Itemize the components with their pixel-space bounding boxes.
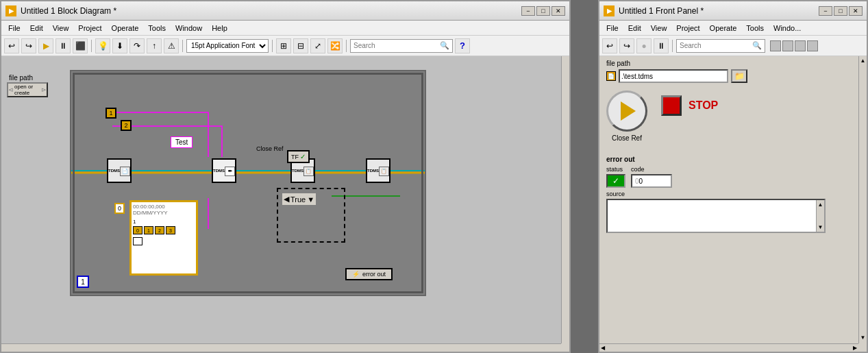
- fp-pause-btn[interactable]: ⏸: [654, 38, 669, 53]
- close-ref-node[interactable]: TF ✓: [287, 150, 310, 163]
- bd-title: Untitled 1 Block Diagram *: [21, 6, 116, 16]
- fp-search-input[interactable]: [680, 42, 749, 49]
- fp-palette-3[interactable]: [795, 40, 806, 51]
- bd-toolbar: ↩ ↪ ▶ ⏸ ⬛ 💡 ⬇ ↷ ↑ ⚠ 15pt Application Fon…: [1, 36, 569, 56]
- bd-scroll-corner: [561, 343, 569, 352]
- fp-menu-edit[interactable]: Edit: [624, 23, 645, 34]
- bd-dist-btn[interactable]: ⊟: [293, 38, 308, 53]
- fp-run-btn[interactable]: ●: [636, 38, 652, 53]
- menu-view[interactable]: View: [49, 23, 73, 34]
- bd-search-box: 🔍: [350, 39, 453, 53]
- bd-minimize-btn[interactable]: −: [521, 6, 535, 16]
- font-select[interactable]: 15pt Application Font: [186, 39, 269, 53]
- stop-inner: [667, 101, 675, 110]
- cluster-num-0[interactable]: 0: [114, 203, 125, 214]
- bd-step-over-btn[interactable]: ↷: [129, 38, 145, 53]
- bd-help-btn[interactable]: ?: [455, 38, 470, 53]
- fp-scroll-down[interactable]: ▼: [817, 224, 824, 230]
- fp-scroll-right[interactable]: ▶: [853, 345, 857, 351]
- fp-search-box: 🔍: [676, 39, 765, 53]
- fp-palette-1[interactable]: [770, 40, 781, 51]
- bd-wires-svg: [71, 71, 425, 295]
- bd-v-scrollbar[interactable]: [561, 56, 569, 343]
- bd-redo-btn[interactable]: ↪: [21, 38, 36, 53]
- fp-close-ref-btn[interactable]: [606, 90, 647, 132]
- menu-edit[interactable]: Edit: [26, 23, 47, 34]
- file-path-arrow-right: ⊳: [41, 86, 47, 93]
- bd-warn-btn[interactable]: ⚠: [164, 38, 179, 53]
- toolbar-sep-3: [272, 40, 273, 52]
- toolbar-sep-1: [91, 40, 92, 52]
- fp-redo-btn[interactable]: ↪: [619, 38, 634, 53]
- bd-align-btn[interactable]: ⊞: [276, 38, 291, 53]
- bd-search-input[interactable]: [354, 42, 437, 49]
- block-diagram-window: ▶ Untitled 1 Block Diagram * − □ ✕ File …: [0, 0, 571, 353]
- fp-title: Untitled 1 Front Panel *: [619, 6, 704, 16]
- fp-source-box[interactable]: ▲ ▼: [606, 199, 826, 233]
- fp-h-scrollbar[interactable]: ◀ ▶: [599, 343, 858, 352]
- fp-menu-tools[interactable]: Tools: [742, 23, 768, 34]
- fp-minimize-btn[interactable]: −: [819, 6, 832, 16]
- menu-window[interactable]: Window: [171, 23, 206, 34]
- bd-abort-btn[interactable]: ⬛: [73, 38, 88, 53]
- num-box-1[interactable]: 1: [106, 108, 116, 119]
- fp-menu-view[interactable]: View: [647, 23, 671, 34]
- tdms-node-2[interactable]: TDMS ✏: [212, 158, 236, 183]
- fp-code-col: code 0 0: [631, 166, 672, 188]
- bd-h-scrollbar[interactable]: [1, 343, 561, 352]
- bd-close-btn[interactable]: ✕: [551, 6, 565, 16]
- menu-tools[interactable]: Tools: [144, 23, 170, 34]
- tf-label: TF: [291, 154, 299, 160]
- tdms-node-4[interactable]: TDMS 📋: [366, 158, 390, 183]
- fp-v-scroll-down[interactable]: ▼: [859, 334, 867, 341]
- fp-scroll-left[interactable]: ◀: [601, 345, 605, 351]
- bd-window-icon: ▶: [5, 5, 16, 16]
- fp-palette-4[interactable]: [807, 40, 818, 51]
- fp-menu-window[interactable]: Windo...: [769, 23, 805, 34]
- fp-stop-btn[interactable]: [661, 95, 682, 116]
- close-ref-text: Close Ref: [256, 145, 284, 152]
- bd-run-btn[interactable]: ▶: [38, 38, 53, 53]
- fp-file-icon: 📄: [606, 71, 616, 81]
- menu-operate[interactable]: Operate: [108, 23, 143, 34]
- fp-maximize-btn[interactable]: □: [834, 6, 847, 16]
- num-box-2[interactable]: 2: [121, 120, 132, 131]
- bd-resize-btn[interactable]: ⤢: [310, 38, 325, 53]
- fp-v-scrollbar[interactable]: ▲ ▼: [858, 56, 867, 343]
- fp-browse-btn[interactable]: 📁: [731, 69, 747, 83]
- front-panel-window: ▶ Untitled 1 Front Panel * − □ ✕ File Ed…: [598, 0, 868, 353]
- true-false-container: ◀ True ▼: [277, 188, 345, 243]
- bd-step-into-btn[interactable]: ⬇: [112, 38, 127, 53]
- fp-run-section: Close Ref: [606, 90, 647, 142]
- fp-v-scroll-up[interactable]: ▲: [859, 58, 867, 64]
- fp-palette-2[interactable]: [782, 40, 793, 51]
- true-selector[interactable]: ◀ True ▼: [282, 193, 317, 206]
- fp-menu-file[interactable]: File: [602, 23, 623, 34]
- file-path-node[interactable]: ⊲ open or create ⊳: [7, 82, 48, 97]
- bd-step-out-btn[interactable]: ↑: [147, 38, 162, 53]
- bd-maximize-btn[interactable]: □: [536, 6, 550, 16]
- search-icon: 🔍: [440, 41, 449, 50]
- toolbar-sep-4: [346, 40, 347, 52]
- fp-error-section: error out status ✓ code 0 0 source: [606, 156, 839, 233]
- bd-highlight-btn[interactable]: 💡: [95, 38, 110, 53]
- fp-back-btn[interactable]: ↩: [602, 38, 617, 53]
- fp-toolbar-sep: [672, 40, 673, 52]
- fp-source-scrollbar[interactable]: ▲ ▼: [816, 200, 824, 232]
- fp-close-btn[interactable]: ✕: [849, 6, 863, 16]
- title-left: ▶ Untitled 1 Block Diagram *: [5, 5, 116, 16]
- fp-menu-operate[interactable]: Operate: [706, 23, 741, 34]
- fp-menu-project[interactable]: Project: [672, 23, 704, 34]
- menu-project[interactable]: Project: [74, 23, 106, 34]
- tdms-node-1[interactable]: TDMS 📄: [107, 158, 132, 183]
- bd-reorder-btn[interactable]: 🔀: [327, 38, 343, 53]
- bd-back-btn[interactable]: ↩: [4, 38, 19, 53]
- fp-code-label: code: [631, 166, 672, 173]
- fp-scroll-up[interactable]: ▲: [817, 202, 824, 208]
- fp-code-value[interactable]: 0 0: [631, 174, 672, 188]
- error-icon: ⚡: [352, 271, 360, 278]
- menu-file[interactable]: File: [4, 23, 25, 34]
- fp-file-value[interactable]: .\test.tdms: [619, 69, 728, 83]
- menu-help[interactable]: Help: [208, 23, 232, 34]
- bd-pause-btn[interactable]: ⏸: [55, 38, 71, 53]
